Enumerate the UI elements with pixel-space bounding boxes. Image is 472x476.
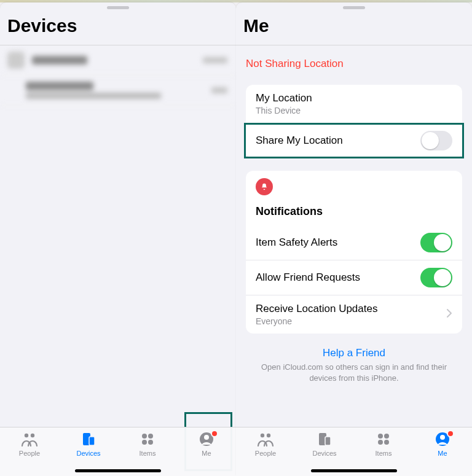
tab-people[interactable]: People: [244, 431, 287, 457]
tab-devices[interactable]: Devices: [67, 431, 110, 457]
devices-icon: [80, 431, 97, 448]
tab-devices[interactable]: Devices: [303, 431, 346, 457]
item-safety-toggle[interactable]: [420, 233, 452, 252]
device-row[interactable]: [0, 45, 236, 76]
section-title: Notifications: [246, 203, 462, 225]
svg-rect-13: [325, 437, 331, 445]
svg-rect-3: [89, 437, 95, 445]
tab-bar: People Devices Items Me: [0, 427, 236, 476]
device-icon: [7, 52, 25, 69]
page-title: Devices: [7, 15, 229, 36]
notification-badge: [447, 430, 454, 437]
svg-point-7: [148, 440, 153, 445]
home-indicator[interactable]: [75, 469, 161, 472]
devices-icon: [316, 431, 333, 448]
bell-icon: [256, 178, 273, 195]
svg-point-6: [142, 440, 147, 445]
me-content: Not Sharing Location My Location This De…: [236, 45, 472, 476]
people-icon: [21, 431, 38, 448]
tab-label: Items: [376, 450, 392, 457]
people-icon: [257, 431, 274, 448]
row-title: Item Safety Alerts: [256, 236, 337, 249]
tab-label: People: [255, 450, 276, 457]
svg-point-15: [384, 434, 389, 439]
notification-badge: [211, 430, 218, 437]
tab-label: Me: [202, 450, 211, 457]
row-title: Allow Friend Requests: [256, 271, 360, 284]
share-my-location-row: Share My Location: [246, 123, 462, 158]
tab-label: People: [19, 450, 40, 457]
svg-point-17: [384, 440, 389, 445]
receive-location-updates-row[interactable]: Receive Location Updates Everyone: [246, 295, 462, 334]
location-card: My Location This Device Share My Locatio…: [246, 85, 462, 158]
svg-point-11: [267, 434, 270, 437]
tab-bar: People Devices Items Me: [236, 427, 472, 476]
svg-point-19: [440, 435, 445, 440]
allow-friend-requests-row: Allow Friend Requests: [246, 260, 462, 295]
svg-point-9: [204, 435, 209, 440]
tab-me[interactable]: Me: [421, 431, 464, 457]
items-icon: [139, 431, 156, 448]
device-location-redacted: [26, 93, 161, 99]
row-title: My Location: [256, 92, 312, 104]
right-phone: Me Not Sharing Location My Location This…: [236, 0, 472, 476]
share-location-toggle[interactable]: [420, 131, 452, 150]
tab-label: Items: [140, 450, 156, 457]
svg-point-4: [142, 434, 147, 439]
my-location-row[interactable]: My Location This Device: [246, 85, 462, 123]
page-title: Me: [243, 15, 465, 36]
devices-sheet: Devices: [0, 2, 236, 476]
row-sub: Everyone: [256, 316, 377, 326]
row-title: Share My Location: [256, 135, 343, 147]
devices-list: [0, 45, 236, 476]
me-header: Me: [236, 9, 472, 45]
tab-label: Devices: [312, 450, 336, 457]
row-sub: This Device: [256, 106, 312, 115]
svg-point-10: [261, 434, 264, 437]
svg-point-5: [148, 434, 153, 439]
sharing-status: Not Sharing Location: [236, 45, 472, 85]
tab-items[interactable]: Items: [126, 431, 169, 457]
notifications-card: Notifications Item Safety Alerts Allow F…: [246, 171, 462, 334]
tab-label: Me: [438, 450, 447, 457]
device-row[interactable]: [0, 76, 236, 106]
help-a-friend-link[interactable]: Help a Friend: [236, 347, 472, 359]
tab-items[interactable]: Items: [362, 431, 405, 457]
me-sheet: Me Not Sharing Location My Location This…: [236, 2, 472, 476]
device-distance-redacted: [211, 87, 227, 93]
friend-requests-toggle[interactable]: [420, 268, 452, 287]
svg-point-0: [25, 434, 28, 437]
device-name-redacted: [26, 82, 93, 90]
device-distance-redacted: [203, 57, 227, 63]
items-icon: [375, 431, 392, 448]
svg-point-14: [378, 434, 383, 439]
item-safety-alerts-row: Item Safety Alerts: [246, 225, 462, 260]
svg-point-16: [378, 440, 383, 445]
chevron-right-icon: [446, 308, 452, 321]
devices-header: Devices: [0, 9, 236, 45]
device-name-redacted: [32, 56, 87, 64]
left-phone: Devices: [0, 0, 236, 476]
tab-me[interactable]: Me: [185, 431, 228, 457]
help-a-friend-description: Open iCloud.com so others can sign in an…: [236, 359, 472, 383]
tab-label: Devices: [76, 450, 100, 457]
svg-point-1: [31, 434, 34, 437]
tab-people[interactable]: People: [8, 431, 51, 457]
row-title: Receive Location Updates: [256, 303, 377, 315]
home-indicator[interactable]: [311, 469, 397, 472]
